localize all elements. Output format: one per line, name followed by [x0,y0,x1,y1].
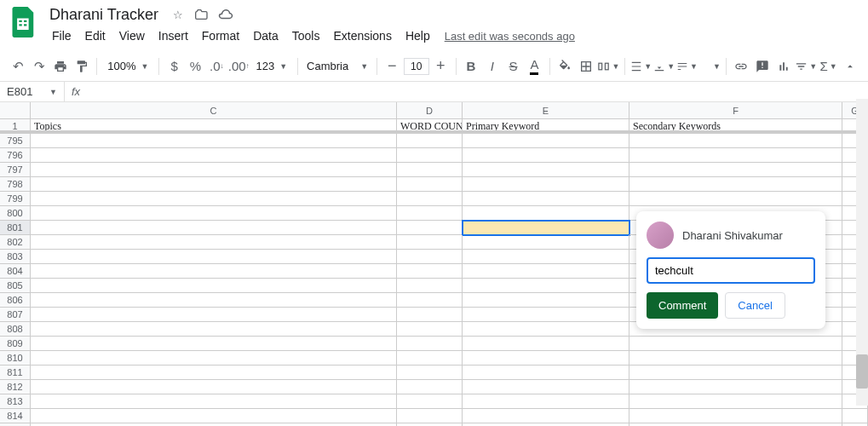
cell[interactable] [463,148,629,163]
rotate-button[interactable]: ▼ [699,55,721,78]
paint-format-button[interactable] [72,55,91,78]
row-header[interactable]: 808 [0,322,31,337]
move-icon[interactable] [194,7,210,22]
print-button[interactable] [51,55,71,78]
col-header-C[interactable]: C [31,102,397,118]
cell[interactable] [463,250,629,264]
cell[interactable] [629,337,842,351]
cell[interactable]: Topics [31,119,397,131]
italic-button[interactable]: I [482,55,502,78]
cell[interactable] [31,293,397,308]
row-header[interactable]: 802 [0,235,31,250]
cell[interactable] [31,380,397,394]
text-color-button[interactable]: A [525,55,544,78]
cell[interactable] [397,250,463,264]
cell[interactable] [31,409,397,423]
cloud-icon[interactable] [218,7,233,22]
cell[interactable] [463,366,629,380]
menu-file[interactable]: File [46,27,78,44]
row-header[interactable]: 801 [0,221,31,235]
row-header[interactable]: 805 [0,279,31,293]
cell[interactable] [31,148,397,163]
cell[interactable] [31,235,397,250]
scrollbar-thumb[interactable] [856,354,868,389]
fill-color-button[interactable] [555,55,575,78]
cell[interactable] [31,279,397,293]
col-header-D[interactable]: D [397,102,463,118]
cell[interactable] [397,148,463,163]
menu-extensions[interactable]: Extensions [327,27,397,44]
undo-button[interactable]: ↶ [9,55,28,78]
cell[interactable] [397,264,463,279]
row-header[interactable]: 796 [0,148,31,163]
cell[interactable] [397,279,463,293]
cell[interactable] [629,192,842,206]
cell[interactable] [463,308,629,322]
cell[interactable] [463,177,629,192]
col-header-E[interactable]: E [463,102,629,118]
cell[interactable]: Primary Keyword [463,119,629,131]
borders-button[interactable] [577,55,596,78]
formula-input[interactable] [87,82,868,101]
cell[interactable] [463,134,629,148]
filter-button[interactable]: ▼ [795,55,817,78]
cell[interactable] [31,177,397,192]
cell[interactable] [397,163,463,177]
menu-format[interactable]: Format [196,27,245,44]
row-header[interactable]: 811 [0,366,31,380]
cell[interactable] [842,409,868,423]
row-header[interactable]: 804 [0,264,31,279]
cell[interactable] [31,322,397,337]
comment-submit-button[interactable]: Comment [647,292,718,319]
row-header[interactable]: 797 [0,163,31,177]
row-header[interactable]: 810 [0,351,31,366]
cell[interactable] [629,366,842,380]
row-header[interactable]: 806 [0,293,31,308]
cell[interactable] [31,264,397,279]
redo-button[interactable]: ↷ [30,55,49,78]
row-header[interactable]: 1 [0,119,31,131]
cell[interactable] [463,192,629,206]
percent-button[interactable]: % [186,55,205,78]
functions-button[interactable]: Σ▼ [819,55,838,78]
cell[interactable]: WORD COUNT [397,119,463,131]
decrease-decimal-button[interactable]: .0↓ [207,55,227,78]
cell[interactable] [397,366,463,380]
menu-data[interactable]: Data [247,27,285,44]
cell[interactable] [629,380,842,394]
select-all-corner[interactable] [0,102,31,118]
name-box[interactable]: E801▼ [0,82,65,101]
valign-button[interactable]: ▼ [653,55,675,78]
cell[interactable] [31,366,397,380]
cell[interactable] [397,337,463,351]
font-select[interactable]: Cambria▼ [303,58,371,74]
cell[interactable] [463,337,629,351]
cell[interactable] [463,380,629,394]
cell[interactable] [31,221,397,235]
number-format-select[interactable]: 123▼ [251,60,293,72]
row-header[interactable]: 798 [0,177,31,192]
cell[interactable] [397,134,463,148]
cell[interactable] [31,308,397,322]
comment-cancel-button[interactable]: Cancel [725,292,785,319]
chart-button[interactable] [773,55,793,78]
cell[interactable] [463,409,629,423]
row-header[interactable]: 795 [0,134,31,148]
cell[interactable] [31,192,397,206]
cell[interactable] [629,177,842,192]
cell[interactable] [397,308,463,322]
cell[interactable] [463,322,629,337]
increase-decimal-button[interactable]: .00↑ [228,55,250,78]
doc-title[interactable]: Dharani Tracker [46,4,162,26]
menu-edit[interactable]: Edit [79,27,112,44]
cell[interactable] [463,221,629,235]
cell[interactable] [397,409,463,423]
cell[interactable] [397,293,463,308]
cell[interactable] [463,163,629,177]
cell[interactable] [397,235,463,250]
row-header[interactable]: 809 [0,337,31,351]
cell[interactable]: Secondary Keywords [629,119,842,131]
cell[interactable] [629,394,842,409]
sheets-logo[interactable] [7,5,41,39]
font-size-decrease[interactable]: − [382,55,402,78]
